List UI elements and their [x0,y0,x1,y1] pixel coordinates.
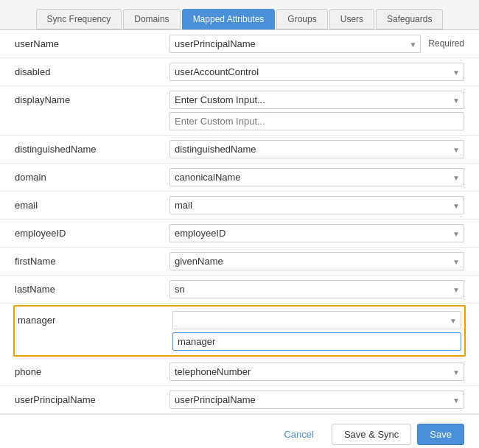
row-userPrincipalName: userPrincipalName userPrincipalName ▼ [0,386,479,414]
input-wrap-email: mail ▼ [169,196,464,214]
tab-domains[interactable]: Domains [123,9,180,29]
required-badge-userName: Required [428,35,464,49]
select-disabled[interactable]: userAccountControl [169,63,464,81]
select-userName[interactable]: userPrincipalName [169,35,421,53]
input-wrap-lastName: sn ▼ [169,280,464,298]
select-lastName[interactable]: sn [169,280,464,298]
label-displayName: displayName [15,91,169,105]
label-userName: userName [15,35,169,49]
label-disabled: disabled [15,63,169,77]
row-disabled: disabled userAccountControl ▼ [0,58,479,86]
content-area: userName userPrincipalName ▼ Required di… [0,30,479,414]
input-wrap-disabled: userAccountControl ▼ [169,63,464,81]
tab-mapped-attributes[interactable]: Mapped Attributes [182,9,276,29]
input-wrap-manager: ▼ [172,311,461,351]
input-wrap-firstName: givenName ▼ [169,252,464,270]
select-phone[interactable]: telephoneNumber [169,363,464,381]
row-firstName: firstName givenName ▼ [0,248,479,276]
select-distinguishedName[interactable]: distinguishedName [169,140,464,158]
label-email: email [15,196,169,211]
select-wrap-lastName: sn ▼ [169,280,464,298]
input-wrap-employeeID: employeeID ▼ [169,224,464,242]
select-wrap-domain: canonicalName ▼ [169,168,464,186]
row-phone: phone telephoneNumber ▼ [0,358,479,386]
select-wrap-userName: userPrincipalName ▼ [169,35,421,53]
input-wrap-userPrincipalName: userPrincipalName ▼ [169,391,464,409]
tab-sync-frequency[interactable]: Sync Frequency [36,9,122,29]
select-employeeID[interactable]: employeeID [169,224,464,242]
tab-users[interactable]: Users [329,9,374,29]
tab-bar: Sync Frequency Domains Mapped Attributes… [0,0,479,30]
row-lastName: lastName sn ▼ [0,276,479,304]
select-wrap-disabled: userAccountControl ▼ [169,63,464,81]
select-domain[interactable]: canonicalName [169,168,464,186]
select-wrap-userPrincipalName: userPrincipalName ▼ [169,391,464,409]
input-wrap-phone: telephoneNumber ▼ [169,363,464,381]
row-domain: domain canonicalName ▼ [0,164,479,192]
select-wrap-manager: ▼ [172,311,461,329]
row-employeeID: employeeID employeeID ▼ [0,220,479,248]
select-manager[interactable] [172,311,461,329]
input-wrap-userName: userPrincipalName ▼ [169,35,421,53]
select-firstName[interactable]: givenName [169,252,464,270]
select-wrap-distinguishedName: distinguishedName ▼ [169,140,464,158]
label-firstName: firstName [15,252,169,267]
select-wrap-displayName: Enter Custom Input... ▼ [169,91,464,109]
label-userPrincipalName: userPrincipalName [15,391,169,405]
select-email[interactable]: mail [169,196,464,214]
cancel-button[interactable]: Cancel [272,424,325,445]
row-email: email mail ▼ [0,192,479,220]
label-manager: manager [18,311,172,326]
tab-safeguards[interactable]: Safeguards [376,9,443,29]
row-displayName: displayName Enter Custom Input... ▼ [0,86,479,136]
label-phone: phone [15,363,169,377]
input-wrap-distinguishedName: distinguishedName ▼ [169,140,464,158]
row-userName: userName userPrincipalName ▼ Required [0,30,479,58]
label-domain: domain [15,168,169,183]
row-distinguishedName: distinguishedName distinguishedName ▼ [0,136,479,164]
label-employeeID: employeeID [15,224,169,239]
save-sync-button[interactable]: Save & Sync [332,424,411,445]
select-userPrincipalName[interactable]: userPrincipalName [169,391,464,409]
input-wrap-domain: canonicalName ▼ [169,168,464,186]
footer: Cancel Save & Sync Save [0,414,479,448]
input-wrap-displayName: Enter Custom Input... ▼ [169,91,464,130]
save-button[interactable]: Save [417,424,464,445]
text-input-manager[interactable] [172,332,461,351]
select-wrap-employeeID: employeeID ▼ [169,224,464,242]
select-wrap-phone: telephoneNumber ▼ [169,363,464,381]
custom-input-displayName[interactable] [169,112,464,130]
row-manager: manager ▼ [13,305,466,357]
label-distinguishedName: distinguishedName [15,140,169,155]
tab-groups[interactable]: Groups [276,9,327,29]
select-displayName[interactable]: Enter Custom Input... [169,91,464,109]
label-lastName: lastName [15,280,169,295]
select-wrap-email: mail ▼ [169,196,464,214]
select-wrap-firstName: givenName ▼ [169,252,464,270]
